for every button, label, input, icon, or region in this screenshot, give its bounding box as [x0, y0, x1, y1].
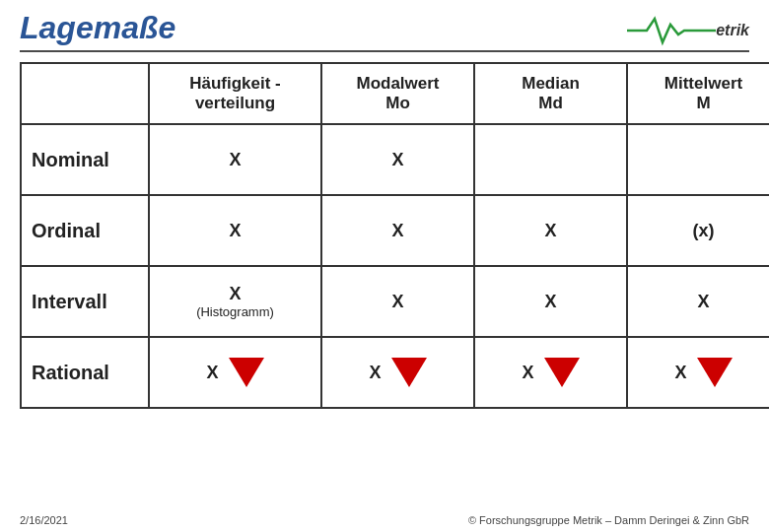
- row-label-intervall: Intervall: [21, 266, 149, 337]
- data-table: Häufigkeit -verteilung ModalwertMo Media…: [20, 62, 769, 409]
- cell-x-arrow-mittel: X: [632, 358, 769, 387]
- cell-ordinal-median: X: [474, 195, 627, 266]
- cell-nominal-median: [474, 124, 627, 195]
- cell-nominal-mittel: [627, 124, 769, 195]
- cell-rational-median: X: [474, 337, 627, 408]
- arrow-down-icon: [544, 358, 580, 387]
- row-label-nominal: Nominal: [21, 124, 149, 195]
- heartbeat-icon: [627, 15, 716, 46]
- table-row: Nominal X X: [21, 124, 769, 195]
- cell-intervall-modal: X: [321, 266, 474, 337]
- cell-ordinal-modal: X: [321, 195, 474, 266]
- header: Lagemaße etrik: [20, 10, 749, 52]
- table-row: Intervall X(Histogramm) X X X: [21, 266, 769, 337]
- arrow-down-icon: [391, 358, 427, 387]
- col-header-haeufigkeit: Häufigkeit -verteilung: [149, 63, 321, 124]
- cell-intervall-mittel: X: [627, 266, 769, 337]
- logo-text: etrik: [716, 22, 749, 39]
- cell-x-arrow-modal: X: [326, 358, 469, 387]
- col-header-median: MedianMd: [474, 63, 627, 124]
- footer-copyright: © Forschungsgruppe Metrik – Damm Deringe…: [468, 514, 749, 526]
- cell-intervall-haeufigkeit: X(Histogramm): [149, 266, 321, 337]
- cell-rational-modal: X: [321, 337, 474, 408]
- row-label-rational: Rational: [21, 337, 149, 408]
- col-header-mittel: MittelwertM: [627, 63, 769, 124]
- col-header-empty: [21, 63, 149, 124]
- arrow-down-icon: [229, 358, 264, 387]
- cell-intervall-median: X: [474, 266, 627, 337]
- logo-area: etrik: [627, 15, 749, 46]
- footer: 2/16/2021 © Forschungsgruppe Metrik – Da…: [20, 514, 749, 526]
- histogramm-note: (Histogramm): [154, 304, 316, 319]
- page-title: Lagemaße: [20, 10, 175, 46]
- col-header-modal: ModalwertMo: [321, 63, 474, 124]
- row-label-ordinal: Ordinal: [21, 195, 149, 266]
- cell-nominal-haeufigkeit: X: [149, 124, 321, 195]
- footer-date: 2/16/2021: [20, 514, 68, 526]
- cell-ordinal-haeufigkeit: X: [149, 195, 321, 266]
- table-container: Häufigkeit -verteilung ModalwertMo Media…: [20, 62, 749, 409]
- page: Lagemaße etrik Häufigkeit -verteilung Mo…: [0, 0, 769, 532]
- table-row: Ordinal X X X (x): [21, 195, 769, 266]
- cell-ordinal-mittel: (x): [627, 195, 769, 266]
- cell-x-arrow-median: X: [479, 358, 622, 387]
- table-header-row: Häufigkeit -verteilung ModalwertMo Media…: [21, 63, 769, 124]
- arrow-down-icon: [697, 358, 733, 387]
- table-row: Rational X X: [21, 337, 769, 408]
- cell-nominal-modal: X: [321, 124, 474, 195]
- cell-rational-mittel: X: [627, 337, 769, 408]
- cell-rational-haeufigkeit: X: [149, 337, 321, 408]
- cell-x-arrow-haeufigkeit: X: [154, 358, 316, 387]
